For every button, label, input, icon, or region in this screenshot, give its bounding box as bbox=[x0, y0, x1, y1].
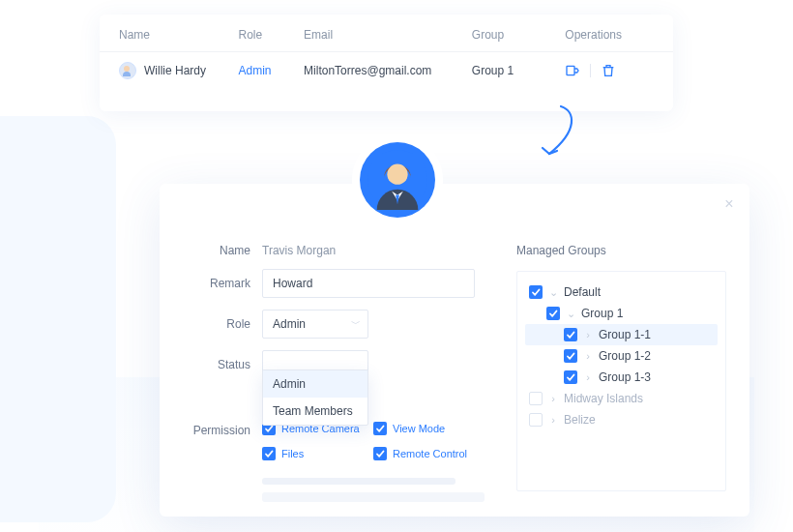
col-header-name: Name bbox=[119, 28, 239, 42]
label-name: Name bbox=[183, 244, 262, 257]
placeholder bbox=[262, 478, 487, 502]
checkbox-icon[interactable] bbox=[529, 285, 543, 299]
tree-item[interactable]: ›Group 1-2 bbox=[525, 345, 718, 367]
checkbox-icon[interactable] bbox=[564, 349, 577, 363]
dropdown-option[interactable]: Admin bbox=[263, 370, 367, 398]
tree-caret-icon[interactable]: › bbox=[583, 330, 593, 340]
tree-item[interactable]: ⌄Group 1 bbox=[525, 303, 718, 324]
cell-role-link[interactable]: Admin bbox=[239, 64, 272, 77]
tree-label: Belize bbox=[564, 413, 596, 427]
cell-email: MiltonTorres@gmail.com bbox=[304, 64, 472, 77]
tree-item[interactable]: ›Midway Islands bbox=[525, 388, 718, 409]
permission-label: Remote Control bbox=[393, 448, 467, 459]
col-header-operations: Operations bbox=[565, 28, 654, 42]
checkbox-icon[interactable] bbox=[529, 413, 543, 427]
remark-input[interactable] bbox=[262, 269, 475, 298]
arrow-annotation bbox=[503, 103, 600, 171]
tree-item[interactable]: ›Group 1-1 bbox=[525, 324, 718, 345]
checkbox-icon[interactable] bbox=[529, 392, 543, 405]
label-role: Role bbox=[183, 317, 262, 331]
tree-label: Group 1-3 bbox=[599, 370, 651, 384]
avatar bbox=[360, 142, 435, 218]
tree-item[interactable]: ›Group 1-3 bbox=[525, 367, 718, 388]
edit-user-modal: × Name Travis Morgan Remark Role ﹀ Statu… bbox=[160, 184, 749, 517]
tree-caret-icon[interactable]: › bbox=[583, 351, 593, 361]
tree-caret-icon[interactable]: › bbox=[548, 394, 558, 403]
permission-item[interactable]: Files bbox=[262, 447, 373, 460]
checkbox-icon[interactable] bbox=[546, 307, 560, 320]
col-header-group: Group bbox=[472, 28, 566, 42]
role-dropdown: Admin Team Members bbox=[262, 369, 368, 426]
checkbox-icon[interactable] bbox=[564, 328, 577, 341]
delete-icon[interactable] bbox=[601, 63, 616, 78]
label-managed-groups: Managed Groups bbox=[516, 244, 726, 257]
tree-label: Group 1-1 bbox=[599, 328, 651, 341]
permission-label: View Mode bbox=[393, 423, 445, 434]
tree-label: Midway Islands bbox=[564, 392, 643, 405]
checkbox-icon[interactable] bbox=[373, 422, 387, 435]
form-panel: Name Travis Morgan Remark Role ﹀ Status … bbox=[183, 244, 487, 499]
label-status: Status bbox=[183, 358, 262, 371]
tree-label: Group 1-2 bbox=[599, 349, 651, 363]
edit-icon[interactable] bbox=[565, 63, 580, 78]
tree-label: Default bbox=[564, 285, 601, 299]
tree-label: Group 1 bbox=[581, 307, 623, 320]
tree-caret-icon[interactable]: › bbox=[583, 372, 593, 382]
close-icon[interactable]: × bbox=[722, 197, 736, 211]
tree-item[interactable]: ›Belize bbox=[525, 409, 718, 430]
dropdown-option[interactable]: Team Members bbox=[263, 398, 367, 425]
checkbox-icon[interactable] bbox=[373, 447, 387, 460]
tree-caret-icon[interactable]: ⌄ bbox=[566, 309, 575, 318]
avatar bbox=[119, 62, 136, 79]
svg-point-2 bbox=[387, 164, 407, 185]
label-permission: Permission bbox=[183, 422, 262, 437]
checkbox-icon[interactable] bbox=[262, 447, 276, 460]
groups-panel: Managed Groups ⌄Default⌄Group 1›Group 1-… bbox=[516, 244, 726, 499]
name-value: Travis Morgan bbox=[262, 244, 336, 257]
checkbox-icon[interactable] bbox=[564, 370, 577, 384]
table-row[interactable]: Willie Hardy Admin MiltonTorres@gmail.co… bbox=[100, 51, 673, 91]
svg-rect-0 bbox=[567, 66, 574, 74]
users-table: Name Role Email Group Operations Willie … bbox=[100, 15, 673, 111]
permission-label: Files bbox=[281, 448, 304, 459]
permission-item[interactable]: View Mode bbox=[373, 422, 485, 435]
col-header-email: Email bbox=[304, 28, 472, 42]
cell-name: Willie Hardy bbox=[144, 64, 206, 77]
tree-caret-icon[interactable]: ⌄ bbox=[548, 287, 558, 297]
table-header: Name Role Email Group Operations bbox=[100, 15, 673, 51]
tree-caret-icon[interactable]: › bbox=[548, 415, 558, 425]
divider bbox=[590, 64, 591, 77]
permission-item[interactable]: Remote Control bbox=[373, 447, 485, 460]
cell-group: Group 1 bbox=[472, 64, 566, 77]
tree-item[interactable]: ⌄Default bbox=[525, 281, 718, 303]
role-select[interactable] bbox=[262, 310, 368, 339]
label-remark: Remark bbox=[183, 277, 262, 290]
groups-tree: ⌄Default⌄Group 1›Group 1-1›Group 1-2›Gro… bbox=[516, 271, 726, 491]
col-header-role: Role bbox=[239, 28, 305, 42]
